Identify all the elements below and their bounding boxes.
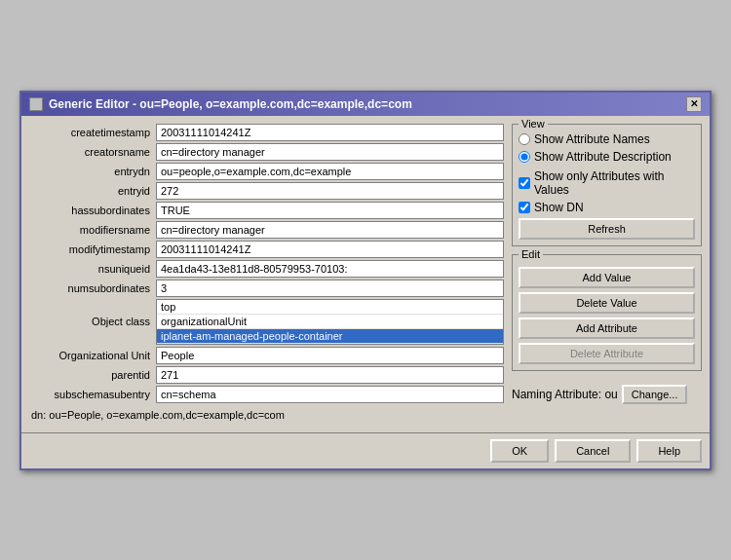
naming-attribute-label: Naming Attribute: ou bbox=[512, 388, 618, 401]
show-attr-names-radio[interactable] bbox=[519, 133, 530, 145]
add-value-button[interactable]: Add Value bbox=[519, 267, 695, 288]
view-group-title: View bbox=[519, 118, 548, 130]
attr-value[interactable]: 271 bbox=[156, 366, 504, 384]
table-row: creatorsname cn=directory manager bbox=[29, 143, 504, 161]
show-only-with-values-option[interactable]: Show only Attributes with Values bbox=[519, 169, 695, 197]
close-button[interactable]: ✕ bbox=[686, 96, 702, 112]
more-attribute-list: Organizational Unit People parentid 271 … bbox=[29, 347, 504, 403]
ok-button[interactable]: OK bbox=[490, 439, 549, 463]
naming-change-button[interactable]: Change... bbox=[622, 385, 688, 404]
delete-attribute-button[interactable]: Delete Attribute bbox=[519, 343, 695, 364]
objectclass-group: Object class toporganizationalUnitiplane… bbox=[29, 299, 504, 345]
attr-label: Organizational Unit bbox=[29, 347, 156, 364]
table-row: createtimestamp 20031111014241Z bbox=[29, 124, 504, 141]
table-row: hassubordinates TRUE bbox=[29, 202, 504, 219]
attr-value[interactable]: 20031111014241Z bbox=[156, 241, 504, 258]
show-attr-names-option[interactable]: Show Attribute Names bbox=[519, 132, 695, 146]
table-row: parentid 271 bbox=[29, 366, 504, 384]
dn-line: dn: ou=People, o=example.com,dc=example,… bbox=[29, 405, 504, 425]
attr-label: entrydn bbox=[29, 163, 156, 180]
window-icon bbox=[29, 97, 43, 111]
attr-label: hassubordinates bbox=[29, 202, 156, 219]
list-item[interactable]: iplanet-am-managed-people-container bbox=[157, 329, 503, 344]
attr-value[interactable]: 20031111014241Z bbox=[156, 124, 504, 141]
refresh-button[interactable]: Refresh bbox=[519, 218, 695, 240]
attr-value[interactable]: 272 bbox=[156, 182, 504, 200]
table-row: Organizational Unit People bbox=[29, 347, 504, 364]
show-only-with-values-checkbox[interactable] bbox=[519, 177, 530, 189]
show-dn-label: Show DN bbox=[534, 201, 584, 214]
attr-label: createtimestamp bbox=[29, 124, 156, 141]
attr-label-numsubordinates: numsubordinates bbox=[29, 280, 156, 297]
delete-value-button[interactable]: Delete Value bbox=[519, 292, 695, 314]
main-window: Generic Editor - ou=People, o=example.co… bbox=[19, 91, 712, 470]
left-panel: createtimestamp 20031111014241Z creators… bbox=[29, 124, 504, 425]
list-item[interactable]: top bbox=[157, 300, 503, 315]
show-only-with-values-label: Show only Attributes with Values bbox=[534, 169, 695, 197]
view-checkbox-group: Show only Attributes with Values Show DN bbox=[519, 169, 695, 214]
table-row: numsubordinates 3 bbox=[29, 280, 504, 297]
add-attribute-button[interactable]: Add Attribute bbox=[519, 317, 695, 339]
window-title: Generic Editor - ou=People, o=example.co… bbox=[49, 97, 412, 111]
naming-attribute-row: Naming Attribute: ou Change... bbox=[512, 385, 702, 404]
title-bar-left: Generic Editor - ou=People, o=example.co… bbox=[29, 97, 412, 111]
attr-label: parentid bbox=[29, 366, 156, 384]
view-group: View Show Attribute Names Show Attribute… bbox=[512, 124, 702, 246]
show-dn-option[interactable]: Show DN bbox=[519, 201, 695, 214]
right-panel: View Show Attribute Names Show Attribute… bbox=[512, 124, 702, 425]
attr-label: subschemasubentry bbox=[29, 386, 156, 403]
attr-value[interactable]: cn=directory manager bbox=[156, 221, 504, 239]
attr-label: modifiersname bbox=[29, 221, 156, 239]
edit-group: Edit Add Value Delete Value Add Attribut… bbox=[512, 254, 702, 371]
objectclass-label: Object class bbox=[29, 299, 156, 345]
attr-label: nsuniqueid bbox=[29, 260, 156, 278]
show-attr-names-label: Show Attribute Names bbox=[534, 132, 650, 146]
attr-value-numsubordinates[interactable]: 3 bbox=[156, 280, 504, 297]
table-row: entryid 272 bbox=[29, 182, 504, 200]
cancel-button[interactable]: Cancel bbox=[555, 439, 631, 463]
attr-value[interactable]: ou=people,o=example.com,dc=example bbox=[156, 163, 504, 180]
show-attr-desc-option[interactable]: Show Attribute Description bbox=[519, 150, 695, 164]
table-row: nsuniqueid 4ea1da43-13e811d8-80579953-70… bbox=[29, 260, 504, 278]
attr-label: entryid bbox=[29, 182, 156, 200]
show-attr-desc-label: Show Attribute Description bbox=[534, 150, 672, 164]
attr-value[interactable]: cn=schema bbox=[156, 386, 504, 403]
attr-value[interactable]: People bbox=[156, 347, 504, 364]
objectclass-values: toporganizationalUnitiplanet-am-managed-… bbox=[156, 299, 504, 345]
show-dn-checkbox[interactable] bbox=[519, 202, 530, 213]
list-item[interactable]: organizationalUnit bbox=[157, 315, 503, 329]
title-bar: Generic Editor - ou=People, o=example.co… bbox=[21, 93, 710, 116]
attribute-list: createtimestamp 20031111014241Z creators… bbox=[29, 124, 504, 278]
help-button[interactable]: Help bbox=[636, 439, 702, 463]
view-radio-group: Show Attribute Names Show Attribute Desc… bbox=[519, 132, 695, 164]
table-row: modifytimestamp 20031111014241Z bbox=[29, 241, 504, 258]
attr-value[interactable]: TRUE bbox=[156, 202, 504, 219]
edit-group-title: Edit bbox=[519, 248, 543, 260]
attr-value[interactable]: cn=directory manager bbox=[156, 143, 504, 161]
table-row: entrydn ou=people,o=example.com,dc=examp… bbox=[29, 163, 504, 180]
show-attr-desc-radio[interactable] bbox=[519, 151, 530, 163]
main-content: createtimestamp 20031111014241Z creators… bbox=[21, 116, 710, 432]
bottom-bar: OK Cancel Help bbox=[21, 432, 710, 468]
table-row: modifiersname cn=directory manager bbox=[29, 221, 504, 239]
attr-value[interactable]: 4ea1da43-13e811d8-80579953-70103: bbox=[156, 260, 504, 278]
table-row: subschemasubentry cn=schema bbox=[29, 386, 504, 403]
attr-label: modifytimestamp bbox=[29, 241, 156, 258]
attr-label: creatorsname bbox=[29, 143, 156, 161]
